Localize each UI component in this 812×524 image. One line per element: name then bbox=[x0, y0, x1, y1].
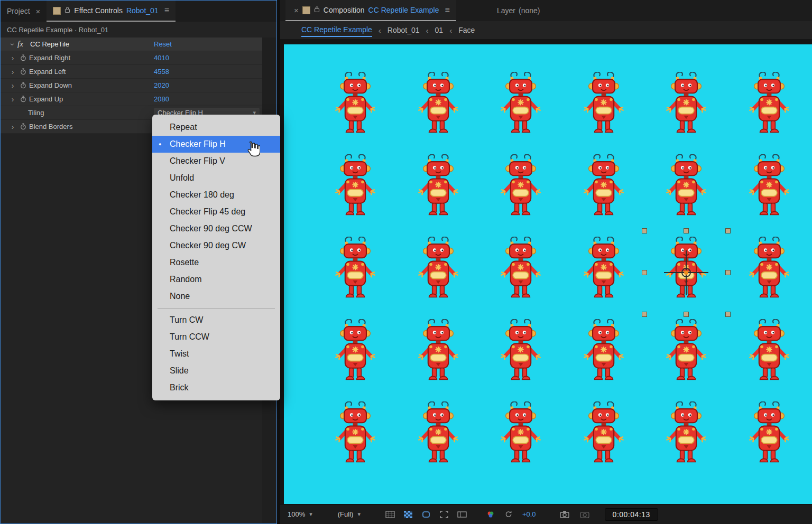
menu-item-none[interactable]: None bbox=[152, 288, 280, 305]
breadcrumb-robot-01[interactable]: Robot_01 bbox=[387, 26, 420, 34]
stopwatch-icon[interactable] bbox=[17, 82, 29, 89]
tab-project-label: Project bbox=[7, 7, 30, 15]
menu-item-repeat[interactable]: Repeat bbox=[152, 119, 280, 136]
property-label: Blend Borders bbox=[29, 123, 72, 130]
close-icon[interactable]: × bbox=[294, 6, 299, 15]
property-value[interactable]: 4010 bbox=[154, 54, 169, 62]
tab-composition[interactable]: × Composition CC Repetile Example ≡ bbox=[285, 0, 456, 21]
zoom-value: 100% bbox=[288, 510, 305, 518]
property-value[interactable]: 4558 bbox=[154, 68, 169, 76]
property-label: Expand Left bbox=[29, 68, 66, 76]
robot-tile bbox=[578, 237, 629, 311]
mask-visibility-icon[interactable] bbox=[420, 511, 432, 518]
tab-effect-controls[interactable]: Effect Controls Robot_01 ≡ bbox=[47, 1, 176, 22]
fx-icon: fx bbox=[17, 40, 30, 49]
reset-exposure-icon[interactable] bbox=[502, 510, 515, 518]
disclosure-chevron-icon[interactable]: › bbox=[8, 68, 17, 76]
tab-layer[interactable]: Layer (none) bbox=[497, 0, 540, 21]
chevron-left-icon[interactable]: ‹ bbox=[379, 26, 381, 35]
menu-item-brick[interactable]: Brick bbox=[152, 379, 280, 396]
channel-color-icon[interactable] bbox=[484, 511, 497, 518]
menu-item-checker-flip-v[interactable]: Checker Flip V bbox=[152, 153, 280, 170]
grid-guides-icon[interactable] bbox=[384, 511, 396, 518]
tab-composition-label: Composition bbox=[324, 6, 365, 14]
robot-tile bbox=[578, 319, 629, 393]
panel-menu-icon[interactable]: ≡ bbox=[445, 5, 449, 15]
menu-item-checker-flip-h[interactable]: ●Checker Flip H bbox=[152, 136, 280, 153]
breadcrumb-01[interactable]: 01 bbox=[435, 26, 444, 34]
left-tabbar: Project × Effect Controls Robot_01 ≡ bbox=[1, 1, 276, 22]
selection-handle[interactable] bbox=[725, 312, 731, 317]
menu-divider bbox=[158, 308, 275, 308]
selection-handle[interactable] bbox=[725, 228, 731, 233]
selected-bullet-icon: ● bbox=[159, 142, 161, 147]
menu-item-checker-180-deg[interactable]: Checker 180 deg bbox=[152, 186, 280, 203]
menu-item-turn-cw[interactable]: Turn CW bbox=[152, 312, 280, 329]
menu-item-unfold[interactable]: Unfold bbox=[152, 170, 280, 186]
property-row-expand-up: ›Expand Up2080 bbox=[1, 92, 262, 106]
robot-tile bbox=[744, 319, 795, 393]
show-snapshot-icon[interactable] bbox=[578, 510, 591, 518]
robot-tile bbox=[744, 72, 795, 146]
tab-project[interactable]: Project × bbox=[1, 1, 47, 22]
robot-tile bbox=[413, 154, 464, 228]
after-effects-window: Project × Effect Controls Robot_01 ≡ CC … bbox=[0, 0, 812, 524]
robot-tile bbox=[330, 154, 381, 228]
timecode-display[interactable]: 0:00:04:13 bbox=[605, 508, 658, 521]
selection-handle[interactable] bbox=[684, 228, 689, 233]
selection-handle[interactable] bbox=[725, 270, 731, 275]
selection-handle[interactable] bbox=[642, 228, 647, 233]
disclosure-chevron-icon[interactable]: › bbox=[8, 54, 17, 62]
selection-handle[interactable] bbox=[642, 270, 647, 275]
menu-item-checker-90-deg-cw[interactable]: Checker 90 deg CW bbox=[152, 237, 280, 254]
tab-effect-controls-target: Robot_01 bbox=[126, 6, 159, 15]
disclosure-chevron-icon[interactable]: › bbox=[8, 95, 17, 104]
stopwatch-icon[interactable] bbox=[17, 123, 29, 130]
robot-tile bbox=[578, 72, 629, 146]
stopwatch-icon[interactable] bbox=[17, 68, 29, 75]
snapshot-camera-icon[interactable] bbox=[558, 510, 571, 518]
robot-tile bbox=[495, 401, 546, 475]
menu-item-checker-90-deg-ccw[interactable]: Checker 90 deg CCW bbox=[152, 220, 280, 237]
menu-item-random[interactable]: Random bbox=[152, 271, 280, 288]
chevron-down-icon: ▾ bbox=[357, 511, 361, 518]
menu-item-slide[interactable]: Slide bbox=[152, 362, 280, 379]
menu-item-checker-flip-45-deg[interactable]: Checker Flip 45 deg bbox=[152, 203, 280, 220]
menu-item-twist[interactable]: Twist bbox=[152, 345, 280, 362]
breadcrumb-cc-repetile-example[interactable]: CC Repetile Example bbox=[301, 24, 372, 36]
pixel-aspect-icon[interactable] bbox=[456, 511, 468, 518]
selection-handle[interactable] bbox=[642, 312, 647, 317]
magnification-dropdown[interactable]: 100% ▾ bbox=[288, 510, 312, 518]
lock-icon bbox=[64, 6, 70, 15]
effect-header-row[interactable]: › fx CC RepeTile Reset bbox=[1, 38, 262, 51]
stopwatch-icon[interactable] bbox=[17, 96, 29, 102]
chevron-down-icon: ▾ bbox=[309, 511, 312, 518]
chevron-left-icon[interactable]: ‹ bbox=[449, 26, 452, 35]
reset-button[interactable]: Reset bbox=[154, 40, 172, 48]
disclosure-chevron-icon[interactable]: › bbox=[8, 81, 17, 90]
comp-canvas[interactable] bbox=[284, 44, 812, 504]
menu-item-rosette[interactable]: Rosette bbox=[152, 254, 280, 271]
panel-menu-icon[interactable]: ≡ bbox=[164, 6, 169, 15]
property-value[interactable]: 2020 bbox=[154, 81, 169, 89]
disclosure-chevron-icon[interactable]: › bbox=[8, 123, 17, 131]
transparency-grid-icon[interactable] bbox=[402, 511, 414, 518]
chevron-left-icon[interactable]: ‹ bbox=[426, 26, 429, 35]
menu-item-turn-ccw[interactable]: Turn CCW bbox=[152, 329, 280, 345]
robot-tile bbox=[578, 401, 629, 475]
selection-handle[interactable] bbox=[684, 312, 689, 317]
close-icon[interactable]: × bbox=[36, 7, 41, 16]
robot-tile bbox=[661, 72, 712, 146]
robot-tile bbox=[413, 319, 464, 393]
property-value[interactable]: 2080 bbox=[154, 95, 169, 103]
region-of-interest-icon[interactable] bbox=[438, 511, 450, 518]
robot-tile bbox=[330, 72, 381, 146]
resolution-dropdown[interactable]: (Full) ▾ bbox=[338, 510, 361, 518]
stopwatch-icon[interactable] bbox=[17, 54, 29, 61]
exposure-value[interactable]: +0.0 bbox=[522, 510, 536, 518]
robot-tile bbox=[495, 72, 546, 146]
breadcrumb-face[interactable]: Face bbox=[458, 26, 475, 34]
disclosure-chevron-icon[interactable]: › bbox=[8, 40, 17, 49]
property-label: Tiling bbox=[28, 109, 44, 117]
anchor-point-dot[interactable] bbox=[684, 270, 688, 275]
